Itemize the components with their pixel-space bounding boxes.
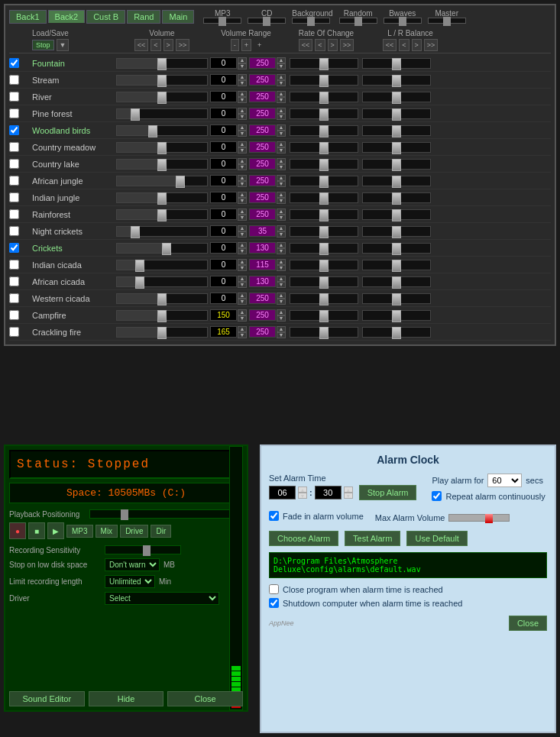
vol-spin-14[interactable]: ▲ ▼ [238,293,247,305]
sound-checkbox-13[interactable] [9,276,19,286]
vol-slider-5[interactable] [116,142,208,153]
range-spin-7[interactable]: ▲ ▼ [277,175,286,187]
lr-slider-12[interactable] [362,260,431,270]
lr-slider-4[interactable] [362,125,431,136]
btn-loadsave1[interactable]: ▼ [57,39,70,51]
vol-spin-10[interactable]: ▲ ▼ [238,225,247,238]
alarm-hour-spin[interactable]: ▲ ▼ [298,486,307,499]
rate-slider-0[interactable] [290,58,358,69]
vol-slider-10[interactable] [116,226,208,237]
range-spin-15[interactable]: ▲ ▼ [277,309,286,322]
range-spin-11[interactable]: ▲ ▼ [277,242,286,254]
vol-spin-16[interactable]: ▲ ▼ [238,326,247,338]
lr-slider-6[interactable] [362,159,431,170]
rate-btn-r[interactable]: > [328,39,338,51]
rate-slider-1[interactable] [290,75,358,86]
vol-slider-16[interactable] [116,327,208,338]
range-spin-12[interactable]: ▲ ▼ [277,259,286,271]
rate-slider-10[interactable] [290,226,358,237]
channel-mp3-slider[interactable] [203,18,241,24]
transport-rec[interactable]: ● [9,522,26,539]
vol-spin-8[interactable]: ▲ ▼ [238,192,247,204]
alarm-minute-down[interactable]: ▼ [344,493,353,499]
lr-slider-10[interactable] [362,226,431,237]
fade-alarm-checkbox[interactable] [269,511,279,521]
vol-spin-15[interactable]: ▲ ▼ [238,309,247,322]
recording-sensitivity-slider[interactable] [105,545,181,554]
vol-btn-rr[interactable]: >> [176,39,190,51]
range-spin-1[interactable]: ▲ ▼ [277,74,286,86]
choose-alarm-btn[interactable]: Choose Alarm [269,531,338,546]
rate-slider-13[interactable] [290,276,358,287]
vol-btn-ll[interactable]: << [134,39,149,51]
rate-slider-8[interactable] [290,192,358,203]
vol-slider-12[interactable] [116,260,208,270]
btn-stop[interactable]: Stop [32,40,54,50]
range-spin-14[interactable]: ▲ ▼ [277,293,286,305]
range-spin-13[interactable]: ▲ ▼ [277,276,286,288]
rate-slider-3[interactable] [290,108,358,119]
alarm-hour-down[interactable]: ▼ [298,493,307,499]
mode-dir[interactable]: Dir [151,525,171,538]
vol-spin-2[interactable]: ▲ ▼ [238,91,247,103]
vol-spin-3[interactable]: ▲ ▼ [238,108,247,120]
driver-select[interactable]: Select [105,592,219,605]
rate-slider-4[interactable] [290,125,358,136]
vol-spin-12[interactable]: ▲ ▼ [238,259,247,271]
sound-checkbox-1[interactable] [9,75,19,85]
vol-slider-3[interactable] [116,108,208,119]
max-vol-slider[interactable] [448,514,510,522]
lr-slider-8[interactable] [362,192,431,203]
lr-btn-rr[interactable]: >> [424,39,439,51]
sound-checkbox-10[interactable] [9,226,19,236]
vol-slider-8[interactable] [116,192,208,203]
sound-checkbox-0[interactable] [9,58,19,68]
rate-btn-l[interactable]: < [315,39,325,51]
lr-slider-13[interactable] [362,276,431,287]
vol-spin-1[interactable]: ▲ ▼ [238,74,247,86]
lr-slider-9[interactable] [362,209,431,220]
mode-drive[interactable]: Drive [120,525,148,538]
transport-play[interactable]: ▶ [47,522,64,539]
tab-rand[interactable]: Rand [127,10,160,24]
shutdown-checkbox[interactable] [269,598,279,608]
hide-btn[interactable]: Hide [89,691,164,706]
lr-slider-0[interactable] [362,58,431,69]
sound-checkbox-15[interactable] [9,310,19,320]
range-spin-3[interactable]: ▲ ▼ [277,108,286,120]
transport-stop[interactable]: ■ [28,522,45,539]
alarm-close-btn[interactable]: Close [509,616,547,631]
vol-spin-6[interactable]: ▲ ▼ [238,158,247,170]
lr-slider-7[interactable] [362,176,431,186]
stop-disk-select[interactable]: Don't warn [105,558,160,571]
vol-slider-0[interactable] [116,58,208,69]
sound-checkbox-9[interactable] [9,209,19,219]
rate-slider-12[interactable] [290,260,358,270]
vol-spin-4[interactable]: ▲ ▼ [238,124,247,137]
lr-slider-1[interactable] [362,75,431,86]
lr-btn-l[interactable]: < [399,39,409,51]
vol-spin-9[interactable]: ▲ ▼ [238,208,247,221]
lr-slider-11[interactable] [362,243,431,254]
range-spin-10[interactable]: ▲ ▼ [277,225,286,238]
close-main-btn[interactable]: Close [167,691,243,706]
close-program-checkbox[interactable] [269,584,279,594]
repeat-alarm-checkbox[interactable] [432,491,442,501]
rate-slider-5[interactable] [290,142,358,153]
tab-main[interactable]: Main [162,10,194,24]
vol-spin-13[interactable]: ▲ ▼ [238,276,247,288]
lr-slider-5[interactable] [362,142,431,153]
vol-spin-5[interactable]: ▲ ▼ [238,141,247,154]
rate-slider-7[interactable] [290,176,358,186]
range-spin-6[interactable]: ▲ ▼ [277,158,286,170]
mode-mp3[interactable]: MP3 [66,525,93,538]
vol-slider-11[interactable] [116,243,208,254]
rate-slider-14[interactable] [290,293,358,304]
sound-checkbox-16[interactable] [9,327,19,337]
test-alarm-btn[interactable]: Test Alarm [345,531,400,546]
use-default-btn[interactable]: Use Default [406,531,467,546]
lr-slider-14[interactable] [362,293,431,304]
sound-checkbox-4[interactable] [9,125,19,135]
sound-checkbox-3[interactable] [9,108,19,118]
vol-slider-2[interactable] [116,92,208,102]
